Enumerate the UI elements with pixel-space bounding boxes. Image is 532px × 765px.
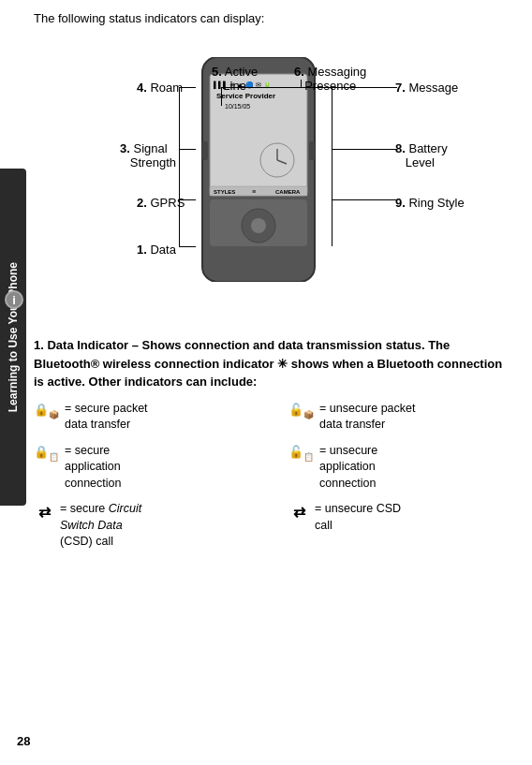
intro-text: The following status indicators can disp… xyxy=(34,11,515,25)
svg-rect-16 xyxy=(309,141,315,160)
info-icon: i xyxy=(5,290,23,309)
svg-text:STYLES: STYLES xyxy=(214,189,235,195)
svg-text:CAMERA: CAMERA xyxy=(275,189,301,195)
diagram-area: ▌▌▌ ✳ ▲ 🔵 ✉ 🔋 Service Provider 10/15/05 … xyxy=(34,38,515,319)
side-tab: Learning to Use Your Phone xyxy=(0,169,26,506)
unsecure-packet-icon: 🔓📦 xyxy=(288,402,314,420)
line-right-vertical xyxy=(332,87,332,246)
line-ring xyxy=(332,199,397,200)
indicator-unsecure-csd: ⇄ = unsecure CSDcall xyxy=(288,501,515,551)
indicator-unsecure-packet: 🔓📦 = unsecure packetdata transfer xyxy=(288,401,515,434)
indicator-secure-app: 🔒📋 = secureapplicationconnection xyxy=(34,443,260,493)
secure-packet-icon: 🔒📦 xyxy=(34,402,59,420)
section-title-bold: 1. Data Indicator xyxy=(34,338,128,352)
unsecure-csd-icon: ⇄ xyxy=(288,502,309,522)
line-signal xyxy=(179,149,196,150)
indicator-secure-packet: 🔒📦 = secure packetdata transfer xyxy=(34,401,260,434)
unsecure-packet-text: = unsecure packetdata transfer xyxy=(319,401,515,434)
side-tab-label: Learning to Use Your Phone xyxy=(7,262,20,412)
line-data xyxy=(179,246,196,247)
indicator-grid: 🔒📦 = secure packetdata transfer 🔓📦 = uns… xyxy=(34,401,515,551)
unsecure-app-text: = unsecureapplicationconnection xyxy=(319,443,515,493)
svg-text:10/15/05: 10/15/05 xyxy=(225,103,250,110)
main-content: The following status indicators can disp… xyxy=(0,0,532,567)
line-gprs xyxy=(179,199,196,200)
secure-csd-text: = secure CircuitSwitch Data(CSD) call xyxy=(60,501,260,551)
line-message xyxy=(332,87,397,88)
secure-app-text: = secureapplicationconnection xyxy=(65,443,260,493)
unsecure-app-icon: 🔓📋 xyxy=(288,444,314,463)
label-data: 1. Data xyxy=(137,243,176,257)
label-roam: 4. Roam xyxy=(137,81,183,95)
secure-packet-text: = secure packetdata transfer xyxy=(65,401,260,434)
label-signal-strength: 3. Signal Strength xyxy=(120,141,176,169)
line-top-horizontal xyxy=(221,87,332,88)
unsecure-csd-text: = unsecure CSDcall xyxy=(315,501,515,534)
line-active-top xyxy=(221,87,222,106)
section-title-dash: – xyxy=(128,338,141,352)
line-messaging-top xyxy=(301,80,302,87)
line-left-vertical xyxy=(179,87,180,246)
svg-text:Service Provider: Service Provider xyxy=(216,92,275,100)
secure-csd-icon: ⇄ xyxy=(34,502,54,522)
svg-point-14 xyxy=(251,218,266,233)
label-messaging-presence: 6. MessagingPresence xyxy=(294,65,366,93)
label-ring-style: 9. Ring Style xyxy=(395,196,465,210)
section-description: 1. Data Indicator – Shows connection and… xyxy=(34,336,515,391)
svg-text:≡: ≡ xyxy=(252,188,256,195)
indicator-unsecure-app: 🔓📋 = unsecureapplicationconnection xyxy=(288,443,515,493)
secure-app-icon: 🔒📋 xyxy=(34,444,59,463)
line-battery xyxy=(332,149,397,150)
svg-rect-15 xyxy=(202,141,208,160)
line-roam xyxy=(179,87,196,88)
label-active-line: 5. ActiveLine xyxy=(212,65,258,93)
bluetooth-symbol: ✳ xyxy=(277,357,288,371)
csd-italic: CircuitSwitch Data xyxy=(60,502,141,532)
label-battery-level: 8. Battery Level xyxy=(395,141,448,169)
label-message: 7. Message xyxy=(395,81,458,95)
indicator-secure-csd: ⇄ = secure CircuitSwitch Data(CSD) call xyxy=(34,501,260,551)
page-number: 28 xyxy=(17,734,30,748)
label-gprs: 2. GPRS xyxy=(137,196,185,210)
